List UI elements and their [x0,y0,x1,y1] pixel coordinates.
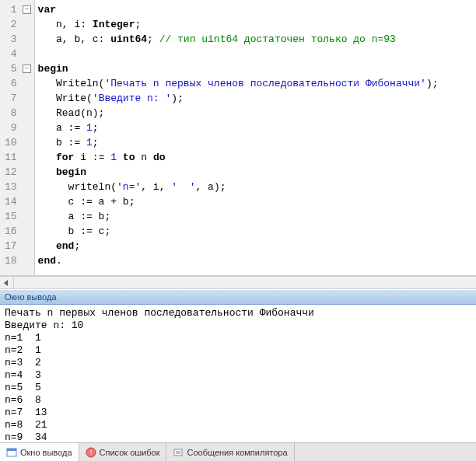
output-panel-header: Окно вывода [0,289,476,305]
code-line[interactable]: Write('Введите n: '); [38,91,473,106]
horizontal-scrollbar[interactable] [0,276,476,289]
tab-label: Список ошибок [100,448,160,457]
code-area[interactable]: var n, i: Integer; a, b, c: uint64; // т… [35,0,476,275]
line-number: 1 [5,2,17,17]
tab-0[interactable]: Окно вывода [0,443,79,461]
line-number: 14 [5,194,17,209]
code-line[interactable]: a := 1; [38,120,473,135]
line-number: 4 [5,47,17,61]
svg-text:!: ! [89,449,92,456]
code-line[interactable]: var [38,2,473,17]
line-number: 15 [5,209,17,224]
line-number: 11 [5,150,17,165]
scroll-left-arrow-icon[interactable] [4,280,8,286]
line-number: 5 [5,61,17,76]
line-number: 3 [5,32,17,47]
tab-1[interactable]: !Список ошибок [79,443,167,461]
line-number: 18 [5,253,17,268]
line-number: 13 [5,180,17,194]
code-editor[interactable]: 1−2345−6789101112131415161718 var n, i: … [0,0,476,276]
line-number: 6 [5,76,17,91]
tab-label: Сообщения компилятора [187,448,287,457]
errors-icon: ! [86,447,96,458]
line-number: 17 [5,239,17,253]
output-icon [6,447,17,458]
code-line[interactable]: Read(n); [38,106,473,120]
code-line[interactable] [38,47,473,61]
svg-rect-4 [174,449,182,456]
code-line[interactable]: b := 1; [38,135,473,150]
line-number: 16 [5,224,17,239]
tab-2[interactable]: Сообщения компилятора [166,443,294,461]
code-line[interactable]: for i := 1 to n do [38,150,473,165]
fold-toggle-icon[interactable]: − [23,5,31,14]
code-line[interactable]: begin [38,165,473,180]
line-number: 9 [5,120,17,135]
line-number: 7 [5,91,17,106]
code-line[interactable]: begin [38,61,473,76]
bottom-tabs: Окно вывода!Список ошибокСообщения компи… [0,442,476,461]
code-line[interactable]: end. [38,253,473,268]
fold-toggle-icon[interactable]: − [23,65,31,73]
code-line[interactable]: n, i: Integer; [38,17,473,32]
code-line[interactable]: a := b; [38,209,473,224]
code-line[interactable]: b := c; [38,224,473,239]
compiler-icon [173,447,184,458]
output-panel[interactable]: Печать n первых членов последовательност… [0,305,476,442]
line-number: 10 [5,135,17,150]
code-line[interactable]: end; [38,239,473,253]
code-line[interactable]: c := a + b; [38,194,473,209]
line-gutter: 1−2345−6789101112131415161718 [0,0,35,275]
code-line[interactable]: a, b, c: uint64; // тип uint64 достаточе… [38,32,473,47]
code-line[interactable]: writeln('n=', i, ' ', a); [38,180,473,194]
code-line[interactable]: Writeln('Печать n первых членов последов… [38,76,473,91]
output-title: Окно вывода [5,292,57,302]
svg-rect-1 [7,449,16,451]
line-number: 8 [5,106,17,120]
tab-label: Окно вывода [20,448,72,457]
line-number: 2 [5,17,17,32]
line-number: 12 [5,165,17,180]
